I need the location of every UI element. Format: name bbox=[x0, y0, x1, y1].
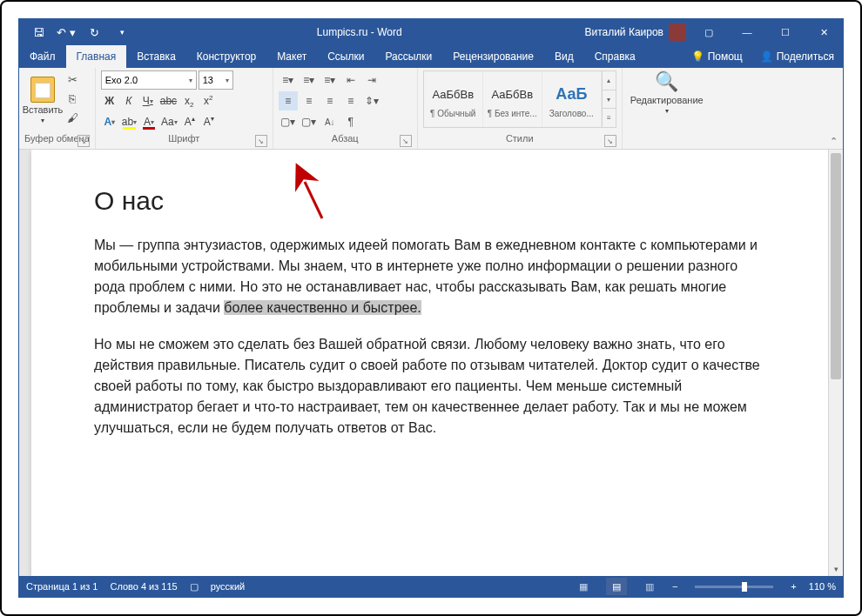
change-case-button[interactable]: Aa ▾ bbox=[159, 112, 179, 131]
style-normal[interactable]: АаБбВв ¶ Обычный bbox=[424, 71, 483, 127]
ribbon: Вставить ▾ ✂ ⎘ 🖌 Буфер обмена↘ Exo 2.0▾ … bbox=[19, 68, 843, 150]
scroll-thumb[interactable] bbox=[831, 153, 841, 379]
zoom-slider[interactable] bbox=[695, 586, 773, 588]
tell-me[interactable]: 💡 Помощ bbox=[683, 45, 751, 68]
redo-button[interactable]: ↻ bbox=[82, 20, 106, 44]
font-color-button[interactable]: A▾ bbox=[140, 112, 158, 131]
view-print-layout[interactable]: ▤ bbox=[606, 578, 627, 595]
status-proofing-icon[interactable]: ▢ bbox=[190, 581, 199, 593]
line-spacing-button[interactable]: ⇕▾ bbox=[362, 91, 381, 110]
font-name-combo[interactable]: Exo 2.0▾ bbox=[101, 70, 197, 90]
share-button[interactable]: 👤 Поделиться bbox=[751, 45, 843, 68]
paste-icon bbox=[30, 77, 55, 103]
vertical-scrollbar[interactable]: ▴ ▾ bbox=[828, 150, 843, 576]
statusbar: Страница 1 из 1 Слово 4 из 115 ▢ русский… bbox=[19, 576, 843, 597]
style-no-spacing[interactable]: АаБбВв ¶ Без инте... bbox=[483, 71, 542, 127]
styles-gallery[interactable]: АаБбВв ¶ Обычный АаБбВв ¶ Без инте... Аа… bbox=[423, 70, 616, 128]
group-editing: 🔍 Редактирование ▾ bbox=[623, 68, 711, 149]
tab-references[interactable]: Ссылки bbox=[317, 45, 374, 68]
tab-mailings[interactable]: Рассылки bbox=[374, 45, 442, 68]
subscript-button[interactable]: x2 bbox=[180, 91, 198, 110]
multilevel-button[interactable]: ≡▾ bbox=[320, 70, 340, 90]
gallery-down[interactable]: ▾ bbox=[603, 90, 616, 110]
tab-review[interactable]: Рецензирование bbox=[442, 45, 544, 68]
copy-button[interactable]: ⎘ bbox=[63, 90, 82, 107]
sort-button[interactable]: A↓ bbox=[320, 112, 340, 131]
view-web-layout[interactable]: ▥ bbox=[639, 578, 660, 595]
increase-indent-button[interactable]: ⇥ bbox=[362, 70, 381, 90]
clipboard-launcher[interactable]: ↘ bbox=[77, 135, 90, 147]
text-effects-button[interactable]: A ▾ bbox=[101, 112, 118, 131]
ribbon-tabs: Файл Главная Вставка Конструктор Макет С… bbox=[19, 45, 843, 68]
strikethrough-button[interactable]: abc bbox=[158, 91, 178, 110]
tab-help[interactable]: Справка bbox=[584, 45, 646, 68]
group-paragraph: ≡▾ ≡▾ ≡▾ ⇤ ⇥ ≡ ≡ ≡ ≡ ⇕▾ ▢▾ ▢▾ A↓ ¶ Абзац… bbox=[273, 68, 418, 149]
shrink-font-button[interactable]: A▾ bbox=[200, 112, 218, 131]
autosave-icon[interactable]: 🖫 bbox=[26, 20, 51, 44]
paragraph-launcher[interactable]: ↘ bbox=[400, 135, 412, 147]
tab-insert[interactable]: Вставка bbox=[126, 45, 186, 68]
doc-heading: О нас bbox=[94, 186, 768, 216]
cut-button[interactable]: ✂ bbox=[63, 70, 82, 88]
bullets-button[interactable]: ≡▾ bbox=[279, 70, 298, 90]
show-marks-button[interactable]: ¶ bbox=[341, 112, 360, 131]
scroll-down[interactable]: ▾ bbox=[829, 561, 843, 576]
close-button[interactable]: ✕ bbox=[805, 19, 843, 45]
group-label-font: Шрифт bbox=[168, 133, 199, 144]
align-center-button[interactable]: ≡ bbox=[300, 91, 319, 110]
maximize-button[interactable]: ☐ bbox=[766, 19, 805, 45]
titlebar: 🖫 ↶ ▾ ↻ ▾ Lumpics.ru - Word Виталий Каир… bbox=[19, 19, 843, 45]
group-label-paragraph: Абзац bbox=[332, 133, 359, 144]
numbering-button[interactable]: ≡▾ bbox=[300, 70, 319, 90]
doc-paragraph-1: Мы — группа энтузиастов, одержимых идеей… bbox=[94, 235, 768, 318]
minimize-button[interactable]: — bbox=[728, 19, 766, 45]
align-right-button[interactable]: ≡ bbox=[320, 91, 340, 110]
status-words[interactable]: Слово 4 из 115 bbox=[110, 581, 177, 592]
align-left-button[interactable]: ≡ bbox=[279, 91, 298, 110]
avatar[interactable] bbox=[669, 23, 686, 41]
font-launcher[interactable]: ↘ bbox=[255, 135, 267, 147]
justify-button[interactable]: ≡ bbox=[341, 91, 360, 110]
group-font: Exo 2.0▾ 13▾ Ж К Ч ▾ abc x2 x2 A ▾ ab▾ A… bbox=[96, 68, 273, 149]
tab-home[interactable]: Главная bbox=[66, 45, 127, 68]
underline-button[interactable]: Ч ▾ bbox=[139, 91, 157, 110]
highlight-button[interactable]: ab▾ bbox=[120, 112, 138, 131]
status-language[interactable]: русский bbox=[211, 581, 245, 592]
tab-layout[interactable]: Макет bbox=[266, 45, 317, 68]
page[interactable]: О нас Мы — группа энтузиастов, одержимых… bbox=[31, 150, 831, 576]
view-read-mode[interactable]: ▦ bbox=[573, 578, 594, 595]
editing-dropdown[interactable]: 🔍 Редактирование ▾ bbox=[628, 70, 706, 115]
bold-button[interactable]: Ж bbox=[101, 91, 118, 110]
style-heading1[interactable]: АаБ Заголово... bbox=[542, 71, 602, 127]
tab-design[interactable]: Конструктор bbox=[186, 45, 266, 68]
user-name: Виталий Каиров bbox=[584, 26, 663, 38]
qat-customize[interactable]: ▾ bbox=[110, 20, 134, 44]
format-painter-button[interactable]: 🖌 bbox=[63, 109, 82, 126]
group-styles: АаБбВв ¶ Обычный АаБбВв ¶ Без инте... Аа… bbox=[418, 68, 623, 149]
document-area: О нас Мы — группа энтузиастов, одержимых… bbox=[19, 150, 843, 576]
paste-button[interactable]: Вставить ▾ bbox=[24, 70, 61, 126]
doc-paragraph-2: Но мы не сможем это сделать без Вашей об… bbox=[94, 334, 768, 439]
font-size-combo[interactable]: 13▾ bbox=[199, 70, 233, 90]
group-label-styles: Стили bbox=[506, 133, 534, 144]
styles-launcher[interactable]: ↘ bbox=[604, 135, 616, 147]
tab-view[interactable]: Вид bbox=[544, 45, 584, 68]
zoom-level[interactable]: 110 % bbox=[809, 581, 836, 592]
group-clipboard: Вставить ▾ ✂ ⎘ 🖌 Буфер обмена↘ bbox=[19, 68, 96, 149]
undo-button[interactable]: ↶ ▾ bbox=[54, 20, 78, 44]
gallery-more[interactable]: ≡ bbox=[603, 109, 616, 127]
ribbon-display-options[interactable]: ▢ bbox=[690, 19, 728, 45]
collapse-ribbon[interactable]: ⌃ bbox=[830, 136, 838, 147]
decrease-indent-button[interactable]: ⇤ bbox=[341, 70, 360, 90]
zoom-in[interactable]: + bbox=[791, 581, 796, 592]
shading-button[interactable]: ▢▾ bbox=[279, 112, 298, 131]
selected-text[interactable]: более качественно и быстрее. bbox=[224, 300, 421, 315]
status-page[interactable]: Страница 1 из 1 bbox=[26, 581, 98, 592]
borders-button[interactable]: ▢▾ bbox=[300, 112, 319, 131]
gallery-up[interactable]: ▴ bbox=[603, 71, 616, 90]
tab-file[interactable]: Файл bbox=[19, 45, 66, 68]
grow-font-button[interactable]: A▴ bbox=[181, 112, 199, 131]
italic-button[interactable]: К bbox=[120, 91, 138, 110]
zoom-out[interactable]: − bbox=[672, 581, 677, 592]
superscript-button[interactable]: x2 bbox=[199, 91, 217, 110]
